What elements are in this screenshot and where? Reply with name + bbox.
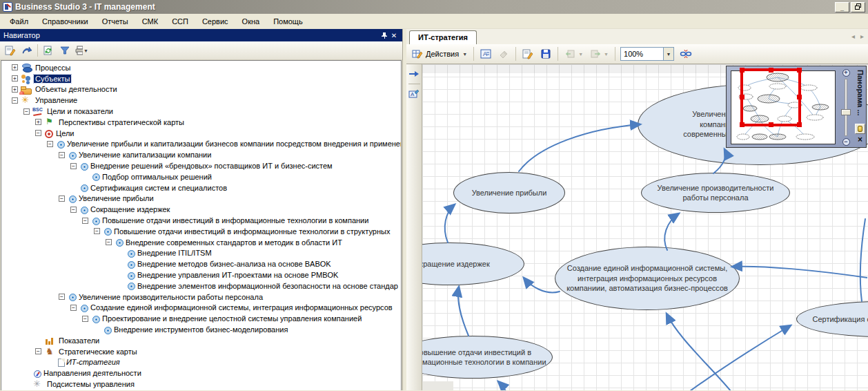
zoom-combobox[interactable]: ▼: [620, 47, 674, 61]
collapse-icon[interactable]: −: [70, 305, 77, 311]
tree-item[interactable]: Подбор оптимальных решений: [1, 171, 401, 182]
viewport-handle[interactable]: [769, 122, 773, 127]
tree-item[interactable]: −Цели и показатели: [1, 106, 401, 117]
viewport-handle[interactable]: [797, 122, 802, 127]
panorama-zoom-in-icon[interactable]: +: [842, 69, 850, 77]
tree-item[interactable]: −Управление: [1, 95, 401, 106]
tree-item[interactable]: −Стратегические карты: [1, 346, 401, 357]
tree-item[interactable]: Внедрение методов бизнес-анализа на осно…: [1, 258, 401, 269]
diagram-node-unified-system[interactable]: Создание единой информационной системы,и…: [555, 247, 740, 310]
tree-item[interactable]: −Внедрение решений «брендовых» поставщик…: [1, 160, 401, 171]
collapse-icon[interactable]: −: [70, 207, 77, 213]
collapse-icon[interactable]: −: [23, 108, 30, 115]
tree-item[interactable]: −Увеличение капитализации компании: [1, 149, 401, 160]
tree-item[interactable]: −Сокращение издержек: [1, 204, 401, 215]
tree-item[interactable]: Внедрение элементов информационной безоп…: [1, 280, 401, 292]
refresh-icon[interactable]: [41, 44, 55, 57]
viewport-handle[interactable]: [797, 68, 802, 73]
collapse-icon[interactable]: −: [12, 97, 18, 104]
close-icon[interactable]: ✕: [389, 30, 399, 40]
menu-item[interactable]: ССП: [165, 15, 195, 28]
save-button[interactable]: [537, 46, 554, 61]
menu-item[interactable]: Отчеты: [95, 15, 135, 28]
diagram-node-roi[interactable]: Повышение отдачи инвестиций винформацион…: [422, 336, 553, 379]
break-link-button[interactable]: [677, 46, 695, 61]
tree-item[interactable]: +Субъекты: [1, 73, 401, 84]
tree-item[interactable]: −Увеличение производительности работы пе…: [1, 292, 401, 303]
menu-item[interactable]: Помощь: [266, 15, 310, 28]
actions-dropdown-icon[interactable]: ▼: [462, 52, 467, 57]
tree-item[interactable]: Показатели: [1, 335, 401, 346]
tree-item[interactable]: −Создание единой информационной системы,…: [1, 303, 401, 314]
tree-item[interactable]: −Увеличение прибыли: [1, 193, 401, 204]
print-icon[interactable]: ▼: [75, 44, 88, 57]
text-block-tool-icon[interactable]: A: [408, 88, 420, 101]
tree-item[interactable]: Направления деятельности: [1, 368, 401, 379]
collapse-icon[interactable]: −: [35, 348, 41, 354]
collapse-icon[interactable]: −: [70, 163, 77, 169]
menu-item[interactable]: Окна: [235, 15, 267, 28]
pin-icon[interactable]: [379, 30, 389, 40]
diagram-node-costs[interactable]: Сокращение издержек: [422, 242, 524, 285]
diagram-node-certification[interactable]: Сертификация систем и специалистов: [796, 301, 868, 337]
text-label-button[interactable]: A: [477, 46, 494, 61]
restore-button[interactable]: [851, 2, 865, 12]
edit-diagram-button[interactable]: [520, 46, 536, 61]
zoom-slider-thumb[interactable]: [841, 109, 851, 115]
panorama-zoom-slider[interactable]: [845, 79, 847, 136]
collapse-icon[interactable]: −: [94, 228, 100, 234]
tab-it-strategy[interactable]: ИТ-стратегия: [409, 30, 477, 44]
expand-icon[interactable]: +: [12, 86, 18, 93]
tab-scroll-left-icon[interactable]: ◂: [851, 32, 855, 40]
collapse-icon[interactable]: −: [82, 218, 88, 224]
viewport-handle[interactable]: [769, 68, 773, 73]
forward-arrow-icon[interactable]: [20, 44, 34, 57]
tab-scroll-right-icon[interactable]: ▸: [860, 32, 864, 40]
collapse-icon[interactable]: −: [47, 141, 53, 147]
expand-icon[interactable]: +: [35, 119, 41, 125]
expand-icon[interactable]: +: [12, 64, 18, 70]
tree-item[interactable]: −Повышение отдачи инвестиций в информаци…: [1, 215, 401, 226]
actions-button[interactable]: Действия ▼: [409, 46, 470, 61]
diagram-node-productivity[interactable]: Увеличение производительностиработы перс…: [641, 173, 790, 213]
tree-item[interactable]: Внедрение инструментов бизнес-моделирова…: [1, 324, 401, 335]
tree-item[interactable]: +Перспективы стратегической карты: [1, 117, 401, 128]
collapse-icon[interactable]: −: [82, 316, 88, 322]
collapse-icon[interactable]: −: [106, 239, 112, 245]
filter-icon[interactable]: [58, 44, 72, 57]
minimize-button[interactable]: _: [835, 2, 849, 12]
zoom-input[interactable]: [621, 48, 663, 60]
menu-item[interactable]: Справочники: [35, 15, 95, 28]
menu-item[interactable]: Сервис: [195, 15, 235, 28]
tree-item[interactable]: −Проектирование и внедрение целостной си…: [1, 313, 401, 324]
tree-item[interactable]: +Процессы: [1, 62, 401, 73]
connector-tool-icon[interactable]: [408, 70, 420, 79]
tree-item[interactable]: ИТ-стратегия: [1, 357, 401, 368]
tree-item[interactable]: Внедрение ITIL/ITSM: [1, 248, 401, 259]
panorama-zoom-out-icon[interactable]: −: [842, 138, 850, 146]
diagram-canvas[interactable]: Увеличение прибыли и капитализациикомпан…: [422, 64, 868, 390]
panorama-viewport-rect[interactable]: [740, 68, 801, 126]
menu-item[interactable]: Файл: [3, 15, 35, 28]
viewport-handle[interactable]: [740, 95, 744, 99]
collapse-icon[interactable]: −: [35, 130, 41, 136]
collapse-icon[interactable]: −: [59, 294, 65, 300]
edit-object-icon[interactable]: [3, 44, 17, 57]
panorama-close-button[interactable]: ×: [858, 135, 862, 144]
pan-tool-button[interactable]: [855, 124, 865, 134]
menu-item[interactable]: СМК: [135, 15, 165, 28]
print-dropdown-icon[interactable]: ▼: [83, 48, 88, 53]
tree-item[interactable]: +Объекты деятельности: [1, 84, 401, 95]
tree-item[interactable]: Внедрение управления ИТ-проектами на осн…: [1, 269, 401, 280]
diagram-node-profit[interactable]: Увеличение прибыли: [453, 172, 565, 213]
tree-item[interactable]: −Цели: [1, 128, 401, 139]
tree-item[interactable]: −Повышение отдачи инвестиций в информаци…: [1, 226, 401, 237]
viewport-handle[interactable]: [740, 68, 744, 73]
viewport-handle[interactable]: [797, 95, 802, 99]
collapse-icon[interactable]: −: [59, 152, 65, 158]
expand-icon[interactable]: +: [12, 75, 18, 82]
tree-item[interactable]: −Внедрение современных стандартов и мето…: [1, 237, 401, 248]
tree-item[interactable]: −Увеличение прибыли и капитализации бизн…: [1, 139, 401, 150]
zoom-dropdown-icon[interactable]: ▼: [663, 48, 673, 60]
tree-item[interactable]: Подсистемы управления: [1, 379, 401, 390]
